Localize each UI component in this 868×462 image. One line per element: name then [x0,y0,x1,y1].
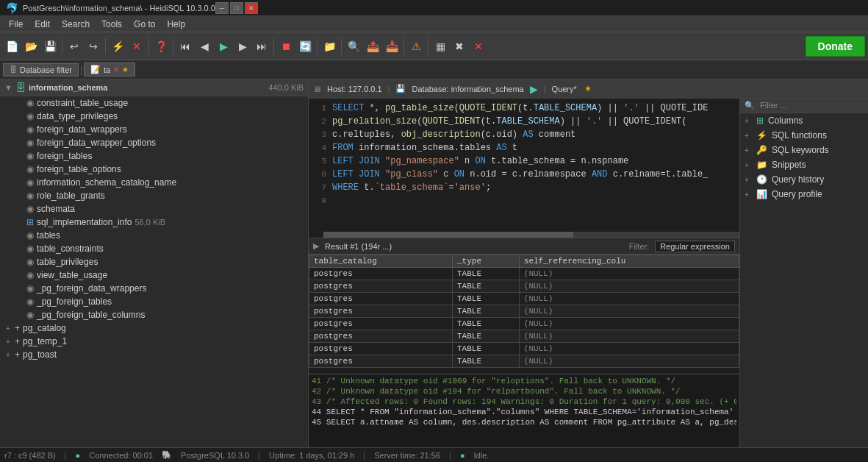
editor-line: 2 pg_relation_size(QUOTE_IDENT(t.TABLE_S… [309,115,739,128]
tree-content[interactable]: ◉ constraint_table_usage ◉ data_type_pri… [0,96,308,447]
log-line: 42 /* Unknown datatype oid #194 for "rel… [312,386,736,397]
window-controls: ─ □ ✕ [215,2,258,14]
tb-open-button[interactable]: 📂 [22,38,40,55]
table-row[interactable]: postgresTABLE(NULL) [309,355,739,368]
tb-last-button[interactable]: ⏭ [253,38,270,55]
tb-redo-button[interactable]: ↪ [85,38,102,55]
table-row[interactable]: postgresTABLE(NULL) [309,318,739,330]
tb-close-conn-button[interactable]: ✕ [470,38,487,55]
tree-item[interactable]: + + pg_temp_1 [0,335,308,348]
editor-results-panel: 1SELECT *, pg_table_size(QUOTE_IDENT(t.T… [309,99,739,447]
menu-bar: File Edit Search Tools Go to Help [0,16,868,32]
tb-disconnect-button[interactable]: ✕ [128,38,146,55]
tb-next-button[interactable]: ▶ [234,38,251,55]
donate-button[interactable]: Donate [806,36,865,57]
tree-item[interactable]: ◉ data_type_privileges [0,110,308,123]
table-row[interactable]: postgresTABLE(NULL) [309,268,739,280]
tb-new-button[interactable]: 📄 [3,38,21,55]
maximize-button[interactable]: □ [230,2,243,14]
rs-item-query-profile[interactable]: + 📊 Query profile [740,187,868,202]
rs-item-sql-keywords[interactable]: + 🔑 SQL keywords [740,143,868,157]
node-icon: ◉ [26,124,34,135]
tree-item[interactable]: + + pg_toast [0,348,308,361]
tree-item[interactable]: ◉ foreign_table_options [0,163,308,176]
minimize-button[interactable]: ─ [215,2,229,14]
tree-item[interactable]: ◉ _pg_foreign_tables [0,295,308,308]
rs-filter[interactable]: 🔍 Filter ... [740,99,868,113]
table-row[interactable]: postgresTABLE(NULL) [309,280,739,293]
tree-item[interactable]: + + pg_catalog [0,321,308,335]
rs-expand-icon: + [745,132,752,140]
title-text: PostGresch\information_schema\ - HeidiSQ… [23,4,215,13]
tree-item[interactable]: ◉ foreign_data_wrappers [0,123,308,136]
tree-item[interactable]: ◉ foreign_data_wrapper_options [0,136,308,149]
tb-save-button[interactable]: 💾 [41,38,59,55]
db-filter-tab[interactable]: 🗄 Database filter [3,63,79,77]
tree-item[interactable]: ◉ _pg_foreign_data_wrappers [0,282,308,295]
menu-goto[interactable]: Go to [128,18,161,31]
conn-sep-1: | [388,85,390,93]
table-row[interactable]: postgresTABLE(NULL) [309,305,739,318]
table-row[interactable]: postgresTABLE(NULL) [309,343,739,355]
editor-hscroll[interactable] [323,232,739,238]
tree-item[interactable]: ◉ information_schema_catalog_name [0,176,308,189]
tree-item[interactable]: ◉ _pg_foreign_table_columns [0,308,308,321]
query-tab[interactable]: 📝 ta ✕ ★ [84,63,135,77]
node-label: foreign_data_wrapper_options [37,138,156,148]
tb-search-button[interactable]: 🔍 [345,38,362,55]
query-tab-label[interactable]: Query* [552,85,577,93]
tb-undo-button[interactable]: ↩ [65,38,83,55]
tb-export-button[interactable]: 📤 [364,38,381,55]
results-header-row: table_catalog_typeself_referencing_colu [309,255,739,268]
hscroll-thumb[interactable] [323,232,573,238]
tb-import-button[interactable]: 📥 [383,38,401,55]
rs-item-snippets[interactable]: + 📁 Snippets [740,157,868,172]
tree-item[interactable]: ◉ schemata [0,202,308,216]
results-table-container[interactable]: table_catalog_typeself_referencing_colu … [309,255,739,374]
log-panel[interactable]: 41 /* Unknown datatype oid #1009 for "re… [309,374,739,447]
rs-item-sql-functions[interactable]: + ⚡ SQL functions [740,128,868,143]
tb-refresh-button[interactable]: 🔄 [296,38,314,55]
tree-item[interactable]: ◉ role_table_grants [0,189,308,202]
menu-help[interactable]: Help [161,18,191,31]
tb-back-button[interactable]: ◀ [196,38,213,55]
filter-value[interactable]: Regular expression [655,241,735,252]
db-play-icon[interactable]: ▶ [530,83,538,95]
query-tab-close[interactable]: ✕ [113,65,119,74]
table-row[interactable]: postgresTABLE(NULL) [309,293,739,305]
menu-edit[interactable]: Edit [29,18,56,31]
rs-item-columns[interactable]: + ⊞ Columns [740,113,868,128]
tb-warn-button[interactable]: ⚠ [407,38,425,55]
close-button[interactable]: ✕ [245,2,258,14]
results-tab-label[interactable]: Result #1 (194r ...) [325,242,392,251]
query-editor[interactable]: 1SELECT *, pg_table_size(QUOTE_IDENT(t.T… [309,99,739,238]
node-icon: ⊞ [26,217,34,227]
tb-stop-button[interactable]: ⏹ [277,38,295,55]
tree-item[interactable]: ◉ foreign_tables [0,149,308,163]
rs-item-query-history[interactable]: + 🕐 Query history [740,172,868,187]
tree-item[interactable]: ◉ tables [0,229,308,242]
rs-icon: 📊 [756,189,767,199]
host-icon: 🖥 [313,85,321,93]
editor-line: 4FROM information_schema.tables AS t [309,141,739,154]
tree-item[interactable]: ◉ table_privileges [0,255,308,269]
tb-connect-button[interactable]: ⚡ [109,38,126,55]
tb-play-button[interactable]: ▶ [215,38,232,55]
menu-search[interactable]: Search [56,18,96,31]
rs-label: Query profile [772,189,864,199]
tb-folder-button[interactable]: 📁 [320,38,338,55]
query-tab-icon: 📝 [90,65,101,74]
tb-prev-button[interactable]: ⏮ [176,38,194,55]
tree-item[interactable]: ◉ constraint_table_usage [0,96,308,110]
node-icon: ◉ [26,204,34,214]
menu-file[interactable]: File [3,18,29,31]
tree-item[interactable]: ◉ view_table_usage [0,269,308,282]
tree-item[interactable]: ⊞ sql_implementation_info 56,0 KiB [0,216,308,229]
tb-misc2-button[interactable]: ✖ [451,38,468,55]
table-row[interactable]: postgresTABLE(NULL) [309,330,739,343]
tree-item[interactable]: ◉ table_constraints [0,242,308,255]
menu-tools[interactable]: Tools [96,18,128,31]
tb-help-button[interactable]: ❓ [152,38,170,55]
table-cell: (NULL) [519,280,739,293]
tb-misc1-button[interactable]: ▦ [431,38,449,55]
